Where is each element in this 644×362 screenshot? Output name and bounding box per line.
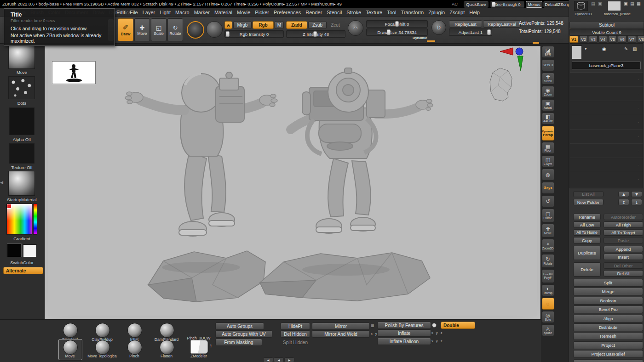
move-mode-button[interactable]: ✚ Move xyxy=(134,18,150,41)
duplicate-button[interactable]: Duplicate xyxy=(573,246,601,260)
m-button[interactable]: M xyxy=(275,21,284,29)
menu-item[interactable]: Layer xyxy=(143,10,155,15)
rename-button[interactable]: Rename xyxy=(573,214,601,220)
autoreorder-button[interactable]: AutoReorder xyxy=(604,214,643,220)
rs-aahalf-button[interactable]: ◧AAHalf xyxy=(542,113,554,124)
rs-pivot-button[interactable]: ◍ xyxy=(542,169,554,181)
paste-button[interactable]: Paste xyxy=(604,237,643,243)
menu-item[interactable]: Transform xyxy=(401,10,424,15)
polish-mode-toggle[interactable] xyxy=(432,323,437,328)
rs-lsym-button[interactable]: ◫L.Sym xyxy=(542,155,554,167)
secondary-color-swatch[interactable] xyxy=(23,244,37,257)
subtool-op-button[interactable]: Distribute xyxy=(573,323,643,331)
visibility-tab[interactable]: V1 xyxy=(569,36,578,43)
inflate-balloon-xyz-toggles[interactable]: x y z xyxy=(431,339,443,343)
subtool-empty-row[interactable]: · xyxy=(570,158,643,172)
rs-transp-button[interactable]: ◐Transp xyxy=(542,284,554,296)
subtool-op-button[interactable]: Extract xyxy=(573,359,643,362)
mirror-axis-icon[interactable]: ▦ xyxy=(371,323,374,328)
new-folder-button[interactable]: New Folder xyxy=(573,199,604,205)
menu-item[interactable]: Macro xyxy=(175,10,190,15)
rs-zoom3d-button[interactable]: ⌖Zoom3D xyxy=(542,239,554,253)
visibility-tab[interactable]: V6 xyxy=(618,36,627,43)
subtool-op-button[interactable]: Bevel Pro xyxy=(573,305,643,313)
tool-thumb-cylinder[interactable] xyxy=(574,1,588,11)
rs-polyf-button[interactable]: Line FillPolyF xyxy=(542,269,554,283)
menu-item[interactable]: Marker xyxy=(194,10,210,15)
delete-button[interactable]: Delete xyxy=(573,262,601,277)
visible-count-slider[interactable]: Visible Count 9 xyxy=(569,29,644,36)
pager-right-icon[interactable]: ▶ xyxy=(284,357,294,362)
inflate-balloon-button[interactable]: Inflate Balloon xyxy=(377,338,431,345)
brush-preview-icon[interactable] xyxy=(187,21,204,39)
rs-actual-button[interactable]: ▣Actual xyxy=(542,99,554,111)
subtool-item-active[interactable]: ▾ ◉ ✎ ▧ baserock_pPlane3 xyxy=(570,44,643,73)
visibility-tab[interactable]: V7 xyxy=(627,36,636,43)
list-all-button[interactable]: List All xyxy=(573,191,604,197)
draw-size-slider[interactable]: Draw Size 34.78834 xyxy=(366,28,428,36)
from-masking-button[interactable]: From Masking xyxy=(215,339,262,346)
inflate-xyz-toggles[interactable]: x y z xyxy=(431,331,443,335)
rs-spix-slider[interactable]: SPix 3 xyxy=(542,59,554,71)
rotate-mode-button[interactable]: ↻ Rotate xyxy=(167,18,183,41)
subtool-op-button[interactable]: Merge xyxy=(573,288,643,295)
stroke-dots-thumb[interactable] xyxy=(8,76,35,99)
depth-curve-icon[interactable]: D xyxy=(431,20,446,35)
menu-item[interactable]: Edit xyxy=(116,10,125,15)
brush-pinch[interactable] xyxy=(127,340,142,355)
focal-shift-slider[interactable]: Focal Shift 0 xyxy=(366,20,428,28)
adjust-last-slider[interactable]: AdjustLast 1 xyxy=(449,28,492,36)
menu-item[interactable]: Render xyxy=(305,10,322,15)
brush-move[interactable] xyxy=(63,340,78,355)
move-to-top-button[interactable]: ↥ xyxy=(618,199,629,205)
del-other-button[interactable]: Del Other xyxy=(604,262,643,269)
all-to-target-button[interactable]: All To Target xyxy=(604,229,643,236)
subtool-empty-row[interactable]: · xyxy=(570,73,643,87)
brush-standard[interactable] xyxy=(63,323,78,338)
window-grid-icon[interactable]: ▦ xyxy=(637,1,641,6)
window-layout-icon[interactable]: ▣ xyxy=(624,1,628,6)
brush-damstandard[interactable] xyxy=(160,323,174,338)
focal-curve-icon[interactable]: ◠ xyxy=(348,20,363,36)
z-intensity-slider[interactable]: Z Intensity 48 xyxy=(286,30,345,38)
rgb-intensity-slider[interactable]: Rgb Intensity 0 xyxy=(224,30,284,38)
subtool-op-button[interactable]: Boolean xyxy=(573,297,643,305)
quicksave-button[interactable]: QuickSave xyxy=(464,1,489,8)
visibility-tab[interactable]: V3 xyxy=(589,36,598,43)
subtool-down-button[interactable]: ▼ xyxy=(631,191,642,197)
pager-left-fast-icon[interactable]: ◀ xyxy=(263,357,273,362)
menu-item[interactable]: File xyxy=(130,10,138,15)
double-button[interactable]: Double xyxy=(441,322,475,329)
menu-item[interactable]: Picker xyxy=(255,10,269,15)
rs-floor-button[interactable]: ▦Floor xyxy=(542,142,554,154)
texture-off-thumb[interactable] xyxy=(9,143,34,164)
subtool-empty-row[interactable]: · xyxy=(570,144,643,158)
visibility-tab[interactable]: V8 xyxy=(637,36,644,43)
sculpt-canvas[interactable] xyxy=(45,46,540,319)
subtool-op-button[interactable]: Project BasRelief xyxy=(573,350,643,358)
del-hidden-button[interactable]: Del Hidden xyxy=(281,330,310,338)
move-brush-thumb[interactable] xyxy=(8,45,35,69)
rs-ghost-button[interactable]: ◌ xyxy=(542,298,554,310)
split-hidden-button[interactable]: Split Hidden xyxy=(281,339,310,346)
zmodeler-book-icon[interactable] xyxy=(190,340,208,354)
brush-move-topological[interactable] xyxy=(95,340,110,355)
material-thumb[interactable] xyxy=(8,171,35,196)
subtool-name[interactable]: baserock_pPlane3 xyxy=(572,62,641,69)
append-button[interactable]: Append xyxy=(604,246,643,252)
rs-gxyz-button[interactable]: Gxyz xyxy=(542,182,554,194)
rs-solo-button[interactable]: ◎Solo xyxy=(542,311,554,323)
all-low-button[interactable]: All Low xyxy=(573,221,601,228)
subtool-empty-row[interactable]: · xyxy=(570,115,643,130)
zcut-button[interactable]: Zcut xyxy=(328,21,343,29)
alpha-off-thumb[interactable] xyxy=(9,107,34,135)
polish-by-features-button[interactable]: Polish By Features xyxy=(377,322,431,329)
auto-groups-uv-button[interactable]: Auto Groups With UV xyxy=(215,330,272,338)
visibility-icon[interactable]: ◉ xyxy=(602,46,606,51)
subtool-op-button[interactable]: Remesh xyxy=(573,332,643,340)
expand-icon[interactable]: ▾ xyxy=(585,46,587,51)
brush-flatten[interactable] xyxy=(160,340,174,355)
auto-groups-button[interactable]: Auto Groups xyxy=(215,322,264,330)
window-panel-icon[interactable]: ▤ xyxy=(630,1,634,6)
menu-item[interactable]: Light xyxy=(160,10,171,15)
